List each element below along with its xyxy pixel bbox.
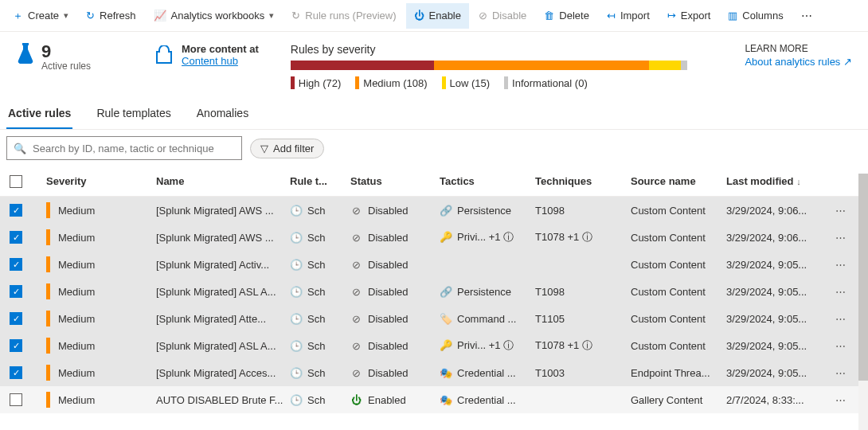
cell-ruletype: 🕒Sch bbox=[290, 394, 350, 406]
cell-techniques: T1003 bbox=[535, 367, 631, 379]
scrollbar[interactable] bbox=[858, 174, 868, 430]
col-techniques[interactable]: Techniques bbox=[535, 175, 631, 187]
clock-icon: 🕒 bbox=[290, 394, 303, 406]
row-checkbox-cell[interactable]: ✓ bbox=[10, 366, 40, 379]
row-checkbox[interactable]: ✓ bbox=[10, 285, 22, 298]
import-button[interactable]: ↤Import bbox=[599, 3, 658, 29]
create-button[interactable]: ＋Create▾ bbox=[5, 3, 76, 29]
grid-header: Severity Name Rule t... Status Tactics T… bbox=[0, 166, 868, 197]
table-row[interactable]: ✓Medium[Splunk Migrated] Atte...🕒Sch⊘Dis… bbox=[0, 305, 868, 332]
table-row[interactable]: MediumAUTO DISABLED Brute F...🕒Sch⏻Enabl… bbox=[0, 386, 868, 413]
power-icon: ⏻ bbox=[414, 10, 424, 22]
severity-bar bbox=[291, 61, 689, 70]
scroll-thumb[interactable] bbox=[858, 174, 868, 381]
table-row[interactable]: ✓Medium[Splunk Migrated] Activ...🕒Sch⊘Di… bbox=[0, 251, 868, 278]
tactic-icon: 🔑 bbox=[440, 339, 452, 351]
severity-label: Medium bbox=[58, 367, 95, 379]
workbooks-button[interactable]: 📈Analytics workbooks▾ bbox=[146, 3, 283, 29]
overflow-button[interactable]: ⋯ bbox=[793, 3, 821, 29]
columns-button[interactable]: ▥Columns bbox=[720, 3, 791, 29]
ellipsis-icon: ⋯ bbox=[835, 394, 846, 406]
about-rules-link[interactable]: About analytics rules ↗ bbox=[745, 56, 852, 68]
row-actions[interactable]: ⋯ bbox=[830, 259, 852, 271]
row-checkbox-cell[interactable] bbox=[10, 393, 40, 406]
noentry-icon: ⊘ bbox=[479, 10, 487, 22]
columns-label: Columns bbox=[742, 10, 783, 22]
refresh-button[interactable]: ↻Refresh bbox=[78, 3, 144, 29]
table-row[interactable]: ✓Medium[Splunk Migrated] ASL A...🕒Sch⊘Di… bbox=[0, 332, 868, 359]
row-checkbox[interactable]: ✓ bbox=[10, 231, 22, 244]
cell-tactics: 🔗Persistence bbox=[440, 286, 535, 298]
col-tactics[interactable]: Tactics bbox=[440, 175, 535, 187]
cell-status: ⊘Disabled bbox=[350, 232, 440, 244]
row-actions[interactable]: ⋯ bbox=[830, 367, 852, 379]
add-filter-button[interactable]: ▽ Add filter bbox=[250, 139, 324, 158]
row-checkbox-cell[interactable]: ✓ bbox=[10, 231, 40, 244]
cell-source: Custom Content bbox=[631, 313, 726, 325]
row-checkbox[interactable] bbox=[10, 393, 22, 406]
clock-icon: 🕒 bbox=[290, 313, 303, 325]
swatch-med bbox=[355, 76, 359, 89]
cell-ruletype: 🕒Sch bbox=[290, 259, 350, 271]
row-checkbox[interactable]: ✓ bbox=[10, 339, 22, 352]
severity-label: Medium bbox=[58, 232, 95, 244]
row-checkbox-cell[interactable]: ✓ bbox=[10, 339, 40, 352]
seg-info bbox=[681, 61, 687, 70]
tab-anomalies[interactable]: Anomalies bbox=[195, 97, 250, 129]
clock-icon: 🕒 bbox=[290, 205, 303, 217]
cell-lastmod: 3/29/2024, 9:05... bbox=[726, 367, 830, 379]
row-checkbox[interactable]: ✓ bbox=[10, 312, 22, 325]
ellipsis-icon: ⋯ bbox=[835, 340, 846, 352]
cell-lastmod: 3/29/2024, 9:05... bbox=[726, 340, 830, 352]
content-hub-link[interactable]: Content hub bbox=[182, 55, 238, 67]
select-all-checkbox[interactable] bbox=[10, 175, 22, 188]
cell-severity: Medium bbox=[40, 256, 156, 272]
leg-info-label: Informational (0) bbox=[512, 77, 588, 89]
cell-source: Endpoint Threa... bbox=[631, 367, 726, 379]
table-row[interactable]: ✓Medium[Splunk Migrated] ASL A...🕒Sch⊘Di… bbox=[0, 278, 868, 305]
tab-rule-templates[interactable]: Rule templates bbox=[95, 97, 172, 129]
row-checkbox-cell[interactable]: ✓ bbox=[10, 204, 40, 217]
tactic-icon: 🔗 bbox=[440, 205, 452, 217]
row-checkbox-cell[interactable]: ✓ bbox=[10, 258, 40, 271]
col-status[interactable]: Status bbox=[350, 175, 440, 187]
export-button[interactable]: ↦Export bbox=[659, 3, 719, 29]
cell-name: [Splunk Migrated] Activ... bbox=[156, 259, 290, 271]
row-actions[interactable]: ⋯ bbox=[830, 232, 852, 244]
row-checkbox-cell[interactable]: ✓ bbox=[10, 312, 40, 325]
search-box[interactable]: 🔍 bbox=[6, 136, 242, 160]
row-actions[interactable]: ⋯ bbox=[830, 313, 852, 325]
table-row[interactable]: ✓Medium[Splunk Migrated] AWS ...🕒Sch⊘Dis… bbox=[0, 224, 868, 251]
col-lastmod[interactable]: Last modified ↓ bbox=[726, 175, 830, 187]
cell-lastmod: 2/7/2024, 8:33:... bbox=[726, 394, 830, 406]
tactic-icon: 🔗 bbox=[440, 286, 452, 298]
noentry-icon: ⊘ bbox=[350, 286, 362, 298]
row-checkbox[interactable]: ✓ bbox=[10, 204, 22, 217]
row-checkbox-cell[interactable]: ✓ bbox=[10, 285, 40, 298]
col-checkbox[interactable] bbox=[10, 175, 40, 188]
swatch-info bbox=[504, 76, 508, 89]
delete-button[interactable]: 🗑Delete bbox=[536, 3, 597, 29]
tab-active-rules[interactable]: Active rules bbox=[6, 97, 72, 129]
tactic-icon: 🎭 bbox=[440, 367, 452, 379]
table-row[interactable]: ✓Medium[Splunk Migrated] Acces...🕒Sch⊘Di… bbox=[0, 359, 868, 386]
col-source[interactable]: Source name bbox=[631, 175, 726, 187]
enable-button[interactable]: ⏻Enable bbox=[406, 3, 469, 29]
row-checkbox[interactable]: ✓ bbox=[10, 366, 22, 379]
row-actions[interactable]: ⋯ bbox=[830, 205, 852, 217]
col-severity[interactable]: Severity bbox=[40, 175, 156, 187]
ellipsis-icon: ⋯ bbox=[835, 205, 846, 217]
table-row[interactable]: ✓Medium[Splunk Migrated] AWS ...🕒Sch⊘Dis… bbox=[0, 197, 868, 224]
row-actions[interactable]: ⋯ bbox=[830, 286, 852, 298]
col-name[interactable]: Name bbox=[156, 175, 290, 187]
search-input[interactable] bbox=[33, 143, 235, 154]
col-ruletype[interactable]: Rule t... bbox=[290, 175, 350, 187]
create-label: Create bbox=[28, 10, 59, 22]
severity-indicator bbox=[46, 311, 50, 326]
export-icon: ↦ bbox=[667, 10, 676, 22]
row-actions[interactable]: ⋯ bbox=[830, 394, 852, 406]
cell-tactics: 🔑Privi... +1 ⓘ bbox=[440, 338, 535, 353]
row-checkbox[interactable]: ✓ bbox=[10, 258, 22, 271]
row-actions[interactable]: ⋯ bbox=[830, 340, 852, 352]
leg-info: Informational (0) bbox=[504, 76, 588, 89]
